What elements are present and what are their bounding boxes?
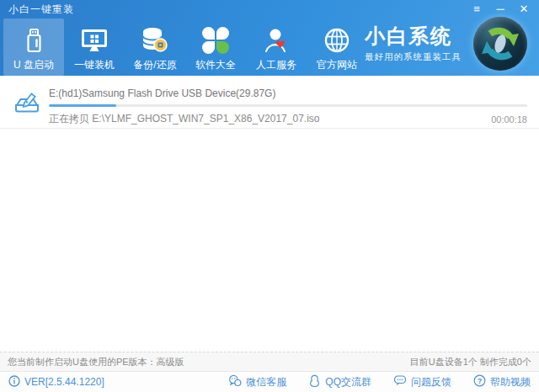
monitor-windows-icon bbox=[79, 24, 109, 56]
wechat-icon bbox=[228, 374, 242, 389]
nav-item-label: 软件大全 bbox=[195, 58, 236, 72]
brand-block: 小白系统 最好用的系统重装工具 bbox=[365, 25, 462, 63]
qq-group-link[interactable]: QQ交流群 bbox=[308, 374, 371, 389]
window-controls: ≡ ─ ✕ bbox=[467, 2, 534, 17]
footer-link-label: 帮助视频 bbox=[490, 375, 531, 389]
footer-link-label: 微信客服 bbox=[246, 375, 286, 389]
nav-item-one-click-install[interactable]: 一键装机 bbox=[64, 19, 125, 76]
nav-item-usb-boot[interactable]: U 盘启动 bbox=[3, 19, 64, 76]
app-window: 小白一键重装 ≡ ─ ✕ U 盘启动 bbox=[0, 0, 539, 392]
brand-tagline: 最好用的系统重装工具 bbox=[365, 51, 462, 63]
status-bar: 您当前制作启动U盘使用的PE版本：高级版 目前U盘设备1个 制作完成0个 bbox=[0, 352, 539, 371]
device-info: E:(hd1)Samsung Flash Drive USB Device(29… bbox=[49, 87, 527, 126]
nav-item-support[interactable]: 人工服务 bbox=[246, 19, 307, 76]
progress-bar bbox=[49, 104, 527, 107]
usb-drive-icon bbox=[19, 24, 48, 56]
minimize-button[interactable]: ─ bbox=[490, 2, 510, 17]
titlebar: 小白一键重装 ≡ ─ ✕ bbox=[0, 0, 539, 19]
nav-item-label: 一键装机 bbox=[74, 58, 115, 72]
footer: VER[2.5.44.1220] 微信客服 bbox=[0, 371, 539, 392]
main-nav: U 盘启动 一键装机 bbox=[3, 19, 367, 76]
header: 小白一键重装 ≡ ─ ✕ U 盘启动 bbox=[0, 0, 539, 76]
help-video-link[interactable]: ? 帮助视频 bbox=[473, 374, 531, 389]
nav-item-software[interactable]: 软件大全 bbox=[185, 19, 246, 76]
sync-arrows-sphere-logo bbox=[473, 17, 527, 71]
nav-item-backup-restore[interactable]: 备份/还原 bbox=[125, 19, 185, 76]
globe-icon bbox=[322, 24, 352, 56]
clover-apps-icon bbox=[202, 24, 229, 56]
progress-fill bbox=[49, 104, 116, 107]
info-icon bbox=[8, 375, 20, 389]
pe-version-text: 您当前制作启动U盘使用的PE版本：高级版 bbox=[8, 356, 184, 368]
footer-link-label: 问题反馈 bbox=[411, 375, 451, 389]
help-circle-icon: ? bbox=[473, 374, 486, 389]
nav-item-website[interactable]: 官方网站 bbox=[307, 19, 367, 76]
wechat-service-link[interactable]: 微信客服 bbox=[228, 374, 286, 389]
nav-item-label: U 盘启动 bbox=[13, 58, 54, 72]
device-status-text: 正在拷贝 E:\YLMF_GHOST_WIN7_SP1_X86_V2017_07… bbox=[49, 112, 319, 126]
app-title: 小白一键重装 bbox=[8, 3, 74, 17]
database-coin-icon bbox=[140, 24, 170, 56]
nav-item-label: 备份/还原 bbox=[133, 58, 176, 72]
person-heart-icon bbox=[261, 24, 291, 56]
usb-device-row[interactable]: E:(hd1)Samsung Flash Drive USB Device(29… bbox=[0, 76, 539, 129]
footer-link-label: QQ交流群 bbox=[325, 375, 371, 389]
nav-item-label: 人工服务 bbox=[256, 58, 296, 72]
elapsed-time: 00:00:18 bbox=[491, 114, 527, 124]
version-label: VER[2.5.44.1220] bbox=[24, 376, 104, 388]
device-title: E:(hd1)Samsung Flash Drive USB Device(29… bbox=[49, 87, 527, 99]
version-info[interactable]: VER[2.5.44.1220] bbox=[8, 375, 104, 389]
feedback-bubble-icon bbox=[393, 374, 407, 389]
feedback-link[interactable]: 问题反馈 bbox=[393, 374, 451, 389]
device-subrow: 正在拷贝 E:\YLMF_GHOST_WIN7_SP1_X86_V2017_07… bbox=[49, 112, 527, 126]
disk-write-icon bbox=[10, 86, 44, 123]
nav-item-label: 官方网站 bbox=[317, 58, 357, 72]
qq-icon bbox=[308, 374, 321, 389]
main-content: E:(hd1)Samsung Flash Drive USB Device(29… bbox=[0, 76, 539, 352]
svg-text:?: ? bbox=[478, 377, 482, 385]
device-count-text: 目前U盘设备1个 制作完成0个 bbox=[410, 356, 531, 368]
menu-button[interactable]: ≡ bbox=[467, 2, 487, 17]
brand-name: 小白系统 bbox=[365, 25, 462, 47]
footer-links: 微信客服 QQ交流群 bbox=[228, 374, 531, 389]
close-button[interactable]: ✕ bbox=[514, 2, 534, 17]
